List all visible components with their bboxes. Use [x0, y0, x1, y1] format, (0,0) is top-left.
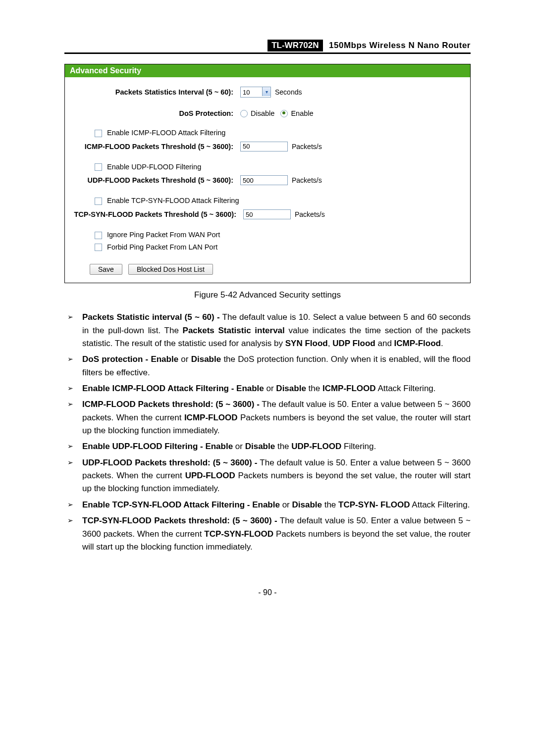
bullet-item: ➢Enable ICMP-FLOOD Attack Filtering - En…	[64, 382, 471, 395]
icmp-thresh-label: ICMP-FLOOD Packets Threshold (5 ~ 3600):	[65, 143, 240, 151]
udp-flood-checkbox[interactable]	[95, 163, 102, 171]
udp-flood-cb-label: Enable UDP-FLOOD Filtering	[107, 163, 201, 171]
figure-title: Advanced Security	[65, 64, 470, 77]
bullet-item: ➢UDP-FLOOD Packets threshold: (5 ~ 3600)…	[64, 456, 471, 496]
bullet-text: Enable TCP-SYN-FLOOD Attack Filtering - …	[82, 499, 471, 511]
bullet-item: ➢ICMP-FLOOD Packets threshold: (5 ~ 3600…	[64, 398, 471, 437]
bullet-text: ICMP-FLOOD Packets threshold: (5 ~ 3600)…	[82, 398, 471, 437]
icmp-flood-checkbox[interactable]	[95, 130, 102, 137]
bullet-marker: ➢	[64, 382, 82, 395]
tcp-syn-flood-checkbox[interactable]	[95, 198, 102, 205]
dos-disable-text: Disable	[251, 109, 274, 117]
blocked-dos-host-list-button[interactable]: Blocked Dos Host List	[128, 264, 213, 275]
bullet-text: Enable ICMP-FLOOD Attack Filtering - Ena…	[82, 382, 471, 395]
bullet-marker: ➢	[64, 398, 82, 437]
packets-interval-label: Packets Statistics Interval (5 ~ 60):	[65, 88, 240, 96]
bullet-marker: ➢	[64, 499, 82, 511]
udp-thresh-label: UDP-FLOOD Packets Threshold (5 ~ 3600):	[65, 176, 240, 184]
tcp-pps-unit: Packets/s	[295, 210, 325, 218]
bullet-list: ➢Packets Statistic interval (5 ~ 60) - T…	[64, 311, 471, 554]
bullet-text: DoS protection - Enable or Disable the D…	[82, 353, 471, 379]
bullet-text: TCP-SYN-FLOOD Packets threshold: (5 ~ 36…	[82, 514, 471, 554]
advanced-security-figure: Advanced Security Packets Statistics Int…	[64, 64, 471, 283]
bullet-item: ➢TCP-SYN-FLOOD Packets threshold: (5 ~ 3…	[64, 514, 471, 554]
figure-caption: Figure 5-42 Advanced Security settings	[64, 290, 471, 300]
save-button[interactable]: Save	[90, 264, 122, 275]
bullet-marker: ➢	[64, 440, 82, 453]
dos-enable-text: Enable	[291, 109, 313, 117]
packets-interval-value: 10	[243, 89, 250, 96]
bullet-text: UDP-FLOOD Packets threshold: (5 ~ 3600) …	[82, 456, 471, 496]
forbid-lan-ping-label: Forbid Ping Packet From LAN Port	[107, 243, 217, 251]
tcp-syn-flood-cb-label: Enable TCP-SYN-FLOOD Attack Filtering	[107, 197, 239, 204]
packets-interval-select[interactable]: 10 ▾	[240, 87, 271, 98]
dos-enable-radio[interactable]	[280, 110, 288, 117]
bullet-item: ➢DoS protection - Enable or Disable the …	[64, 353, 471, 379]
icmp-pps-unit: Packets/s	[292, 143, 322, 151]
bullet-text: Packets Statistic interval (5 ~ 60) - Th…	[82, 311, 471, 350]
udp-pps-unit: Packets/s	[292, 176, 322, 184]
dos-protection-label: DoS Protection:	[65, 109, 240, 117]
forbid-lan-ping-checkbox[interactable]	[95, 244, 102, 251]
tcp-thresh-label: TCP-SYN-FLOOD Packets Threshold (5 ~ 360…	[65, 210, 243, 218]
model-desc: 150Mbps Wireless N Nano Router	[329, 41, 471, 50]
bullet-item: ➢Enable UDP-FLOOD Filtering - Enable or …	[64, 440, 471, 453]
bullet-item: ➢Packets Statistic interval (5 ~ 60) - T…	[64, 311, 471, 350]
udp-thresh-input[interactable]: 500	[240, 175, 288, 185]
chevron-down-icon[interactable]: ▾	[262, 87, 270, 96]
bullet-text: Enable UDP-FLOOD Filtering - Enable or D…	[82, 440, 471, 453]
bullet-marker: ➢	[64, 514, 82, 554]
seconds-unit: Seconds	[275, 88, 302, 96]
ignore-wan-ping-label: Ignore Ping Packet From WAN Port	[107, 231, 220, 239]
model-badge: TL-WR702N	[268, 40, 322, 51]
bullet-item: ➢Enable TCP-SYN-FLOOD Attack Filtering -…	[64, 499, 471, 511]
bullet-marker: ➢	[64, 311, 82, 350]
bullet-marker: ➢	[64, 456, 82, 496]
bullet-marker: ➢	[64, 353, 82, 379]
tcp-thresh-input[interactable]: 50	[243, 209, 291, 219]
page-header: TL-WR702N 150Mbps Wireless N Nano Router	[64, 40, 471, 54]
icmp-flood-cb-label: Enable ICMP-FLOOD Attack Filtering	[107, 129, 225, 137]
icmp-thresh-input[interactable]: 50	[240, 142, 288, 151]
page-number: - 90 -	[64, 588, 471, 597]
dos-disable-radio[interactable]	[240, 110, 248, 117]
ignore-wan-ping-checkbox[interactable]	[95, 232, 102, 239]
